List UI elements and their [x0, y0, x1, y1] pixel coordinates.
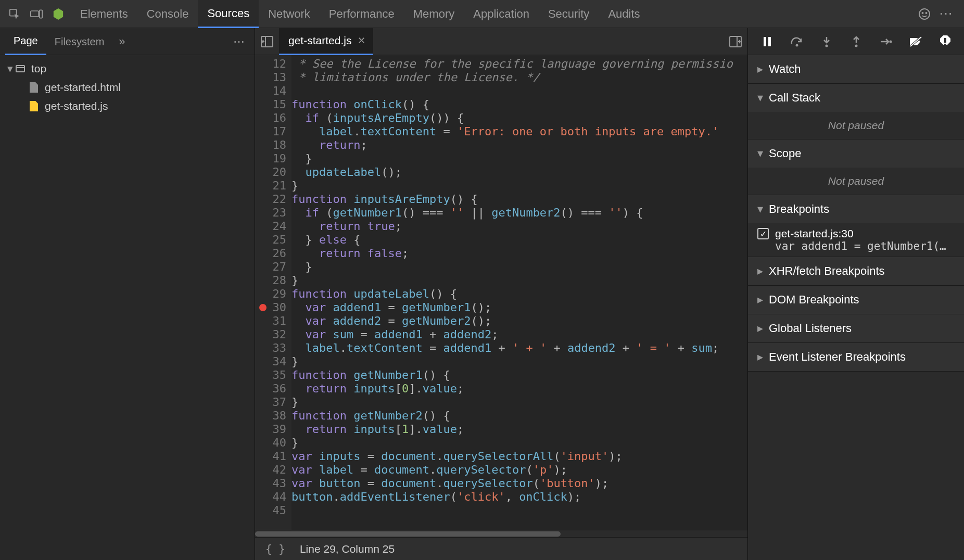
- code-line[interactable]: return inputs[1].value;: [291, 423, 747, 436]
- chevrons-icon[interactable]: »: [112, 35, 131, 48]
- panel-head-event[interactable]: ▸Event Listener Breakpoints: [748, 343, 964, 371]
- devtools-tab-application[interactable]: Application: [464, 0, 539, 28]
- gutter-line[interactable]: 32: [255, 328, 286, 341]
- gutter-line[interactable]: 33: [255, 341, 286, 355]
- devtools-tab-performance[interactable]: Performance: [320, 0, 404, 28]
- devtools-tab-memory[interactable]: Memory: [404, 0, 464, 28]
- gutter-line[interactable]: 28: [255, 274, 286, 287]
- tree-file-get-started-html[interactable]: get-started.html: [0, 78, 255, 97]
- breakpoint-marker-icon[interactable]: [259, 304, 267, 311]
- gutter-line[interactable]: 42: [255, 463, 286, 477]
- node-icon[interactable]: [49, 5, 68, 23]
- more-menu-icon[interactable]: ⋯: [937, 5, 956, 23]
- editor-tab-get-started-js[interactable]: get-started.js ✕: [279, 28, 373, 55]
- panel-head-global[interactable]: ▸Global Listeners: [748, 314, 964, 342]
- gutter-line[interactable]: 23: [255, 206, 286, 220]
- step-out-icon[interactable]: [846, 31, 867, 52]
- code-line[interactable]: var sum = addend1 + addend2;: [291, 328, 747, 341]
- gutter-line[interactable]: 45: [255, 504, 286, 517]
- panel-head-callstack[interactable]: ▾Call Stack: [748, 84, 964, 112]
- navigator-tab-filesystem[interactable]: Filesystem: [46, 28, 113, 55]
- close-icon[interactable]: ✕: [358, 35, 365, 46]
- gutter-line[interactable]: 37: [255, 396, 286, 409]
- pretty-print-icon[interactable]: { }: [265, 543, 285, 555]
- code-line[interactable]: }: [291, 436, 747, 450]
- deactivate-breakpoints-icon[interactable]: [905, 31, 926, 52]
- gutter-line[interactable]: 44: [255, 490, 286, 504]
- code-line[interactable]: var inputs = document.querySelectorAll('…: [291, 450, 747, 463]
- feedback-smiley-icon[interactable]: [915, 5, 934, 23]
- line-gutter[interactable]: 1213141516171819202122232425262728293031…: [255, 55, 291, 530]
- gutter-line[interactable]: 39: [255, 423, 286, 436]
- step-over-icon[interactable]: [787, 31, 807, 52]
- code-line[interactable]: return true;: [291, 220, 747, 233]
- gutter-line[interactable]: 15: [255, 98, 286, 111]
- gutter-line[interactable]: 22: [255, 193, 286, 206]
- code-line[interactable]: updateLabel();: [291, 166, 747, 179]
- code-editor[interactable]: 1213141516171819202122232425262728293031…: [255, 55, 747, 530]
- devtools-tab-audits[interactable]: Audits: [599, 0, 649, 28]
- code-line[interactable]: }: [291, 396, 747, 409]
- devtools-tab-network[interactable]: Network: [259, 0, 320, 28]
- code-line[interactable]: if (getNumber1() === '' || getNumber2() …: [291, 206, 747, 220]
- panel-head-dom[interactable]: ▸DOM Breakpoints: [748, 286, 964, 314]
- code-line[interactable]: * limitations under the License. */: [291, 71, 747, 84]
- code-line[interactable]: function onClick() {: [291, 98, 747, 111]
- tree-file-get-started-js[interactable]: get-started.js: [0, 97, 255, 116]
- code-line[interactable]: function getNumber2() {: [291, 409, 747, 423]
- tree-frame-top[interactable]: ▾ top: [0, 59, 255, 78]
- gutter-line[interactable]: 38: [255, 409, 286, 423]
- code-line[interactable]: } else {: [291, 233, 747, 247]
- gutter-line[interactable]: 31: [255, 314, 286, 328]
- gutter-line[interactable]: 25: [255, 233, 286, 247]
- horizontal-scrollbar[interactable]: [255, 530, 747, 537]
- gutter-line[interactable]: 21: [255, 179, 286, 193]
- panel-head-breakpoints[interactable]: ▾Breakpoints: [748, 195, 964, 223]
- code-line[interactable]: function inputsAreEmpty() {: [291, 193, 747, 206]
- code-line[interactable]: var button = document.querySelector('but…: [291, 477, 747, 490]
- gutter-line[interactable]: 27: [255, 260, 286, 274]
- code-line[interactable]: var addend2 = getNumber2();: [291, 314, 747, 328]
- pause-icon[interactable]: [757, 31, 778, 52]
- gutter-line[interactable]: 35: [255, 368, 286, 382]
- code-line[interactable]: return false;: [291, 247, 747, 260]
- panel-head-xhr[interactable]: ▸XHR/fetch Breakpoints: [748, 257, 964, 285]
- code-line[interactable]: [291, 84, 747, 98]
- gutter-line[interactable]: 19: [255, 152, 286, 166]
- devtools-tab-security[interactable]: Security: [539, 0, 599, 28]
- gutter-line[interactable]: 36: [255, 382, 286, 396]
- code-line[interactable]: [291, 504, 747, 517]
- code-line[interactable]: }: [291, 152, 747, 166]
- devtools-tab-sources[interactable]: Sources: [198, 0, 259, 28]
- navigator-tab-page[interactable]: Page: [5, 28, 46, 55]
- gutter-line[interactable]: 43: [255, 477, 286, 490]
- devtools-tab-elements[interactable]: Elements: [71, 0, 137, 28]
- code-line[interactable]: return;: [291, 138, 747, 152]
- panel-head-watch[interactable]: ▸Watch: [748, 55, 964, 83]
- code-line[interactable]: * See the License for the specific langu…: [291, 57, 747, 71]
- gutter-line[interactable]: 41: [255, 450, 286, 463]
- device-mode-icon[interactable]: [27, 5, 46, 23]
- code-line[interactable]: }: [291, 260, 747, 274]
- gutter-line[interactable]: 29: [255, 287, 286, 301]
- toggle-navigator-icon[interactable]: [255, 28, 279, 55]
- code-line[interactable]: label.textContent = addend1 + ' + ' + ad…: [291, 341, 747, 355]
- gutter-line[interactable]: 24: [255, 220, 286, 233]
- code-line[interactable]: function getNumber1() {: [291, 368, 747, 382]
- step-icon[interactable]: [876, 31, 896, 52]
- gutter-line[interactable]: 30: [255, 301, 286, 314]
- code-line[interactable]: }: [291, 179, 747, 193]
- inspect-element-icon[interactable]: [5, 5, 24, 23]
- panel-head-scope[interactable]: ▾Scope: [748, 139, 964, 168]
- gutter-line[interactable]: 14: [255, 84, 286, 98]
- gutter-line[interactable]: 26: [255, 247, 286, 260]
- code-line[interactable]: return inputs[0].value;: [291, 382, 747, 396]
- gutter-line[interactable]: 40: [255, 436, 286, 450]
- breakpoint-checkbox[interactable]: ✓: [757, 228, 769, 239]
- navigator-more-icon[interactable]: ⋯: [230, 35, 248, 48]
- toggle-debugger-icon[interactable]: [724, 28, 747, 55]
- breakpoint-item[interactable]: ✓get-started.js:30var addend1 = getNumbe…: [748, 223, 964, 257]
- step-into-icon[interactable]: [816, 31, 837, 52]
- code-line[interactable]: function updateLabel() {: [291, 287, 747, 301]
- code-area[interactable]: * See the License for the specific langu…: [291, 55, 747, 530]
